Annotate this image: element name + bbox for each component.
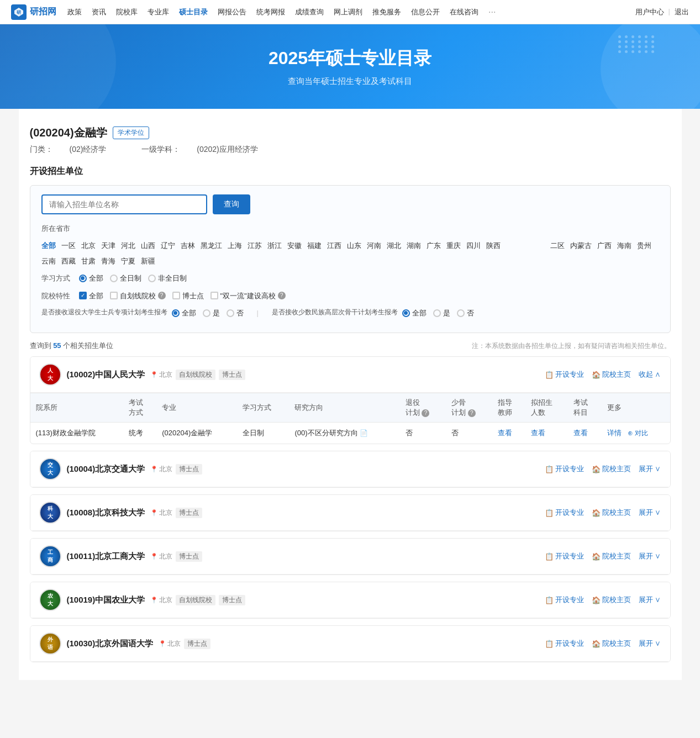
minority-col-help[interactable]: ?: [468, 409, 476, 417]
province-shanghai[interactable]: 上海: [228, 239, 242, 252]
uni-expand-10008[interactable]: 展开 ∨: [639, 508, 661, 518]
uni-expand-10030[interactable]: 展开 ∨: [639, 639, 661, 649]
uni-name-10030[interactable]: (10030)北京外国语大学: [67, 639, 154, 649]
school-type-self-line[interactable]: 自划线院校 ?: [110, 289, 166, 302]
user-center-link[interactable]: 用户中心: [635, 7, 664, 17]
nav-policy[interactable]: 政策: [67, 7, 82, 17]
province-gansu[interactable]: 甘肃: [81, 255, 96, 267]
site-logo[interactable]: 研 研招网: [11, 4, 56, 20]
doublefirst-help-icon[interactable]: ?: [278, 292, 286, 299]
planned-link[interactable]: 查看: [531, 429, 545, 437]
province-liaoning[interactable]: 辽宁: [161, 239, 175, 252]
province-qinghai[interactable]: 青海: [101, 255, 115, 267]
minority-all[interactable]: 全部: [402, 307, 427, 319]
province-shanxi[interactable]: 山西: [141, 239, 155, 252]
zone1[interactable]: 一区: [61, 239, 76, 252]
detail-link[interactable]: 详情: [607, 429, 622, 437]
province-heilongjiang[interactable]: 黑龙江: [201, 239, 222, 252]
compare-link[interactable]: ⊕ 对比: [628, 429, 648, 437]
veteran-yes[interactable]: 是: [203, 307, 220, 319]
nav-info[interactable]: 信息公开: [411, 7, 440, 17]
uni-open-majors-10011[interactable]: 📋 开设专业: [545, 551, 584, 561]
uni-name-10004[interactable]: (10004)北京交通大学: [67, 464, 145, 475]
school-type-phd[interactable]: 博士点: [172, 289, 204, 302]
study-mode-all[interactable]: 全部: [79, 272, 103, 284]
veteran-all[interactable]: 全部: [172, 307, 196, 319]
nav-catalog[interactable]: 硕士目录: [179, 7, 208, 17]
nav-schools[interactable]: 院校库: [116, 7, 138, 17]
province-hunan[interactable]: 湖南: [407, 239, 421, 252]
uni-open-majors-10004[interactable]: 📋 开设专业: [545, 464, 584, 474]
nav-unified-reg[interactable]: 统考网报: [256, 7, 285, 17]
province-jilin[interactable]: 吉林: [181, 239, 195, 252]
nav-announcement[interactable]: 网报公告: [218, 7, 246, 17]
province-guizhou[interactable]: 贵州: [637, 239, 651, 252]
province-anhui[interactable]: 安徽: [287, 239, 302, 252]
province-guangdong[interactable]: 广东: [427, 239, 441, 252]
uni-open-majors-10030[interactable]: 📋 开设专业: [545, 639, 584, 649]
province-guangxi[interactable]: 广西: [597, 239, 612, 252]
school-type-double-first[interactable]: "双一流"建设高校 ?: [210, 289, 286, 302]
province-yunnan[interactable]: 云南: [41, 255, 56, 267]
province-all[interactable]: 全部: [41, 239, 56, 252]
nav-majors[interactable]: 专业库: [148, 7, 169, 17]
minority-yes[interactable]: 是: [433, 307, 450, 319]
study-mode-fulltime[interactable]: 全日制: [110, 272, 141, 284]
uni-expand-10011[interactable]: 展开 ∨: [639, 551, 661, 561]
selfline-help-icon[interactable]: ?: [158, 292, 166, 299]
province-beijing[interactable]: 北京: [81, 239, 96, 252]
province-shandong[interactable]: 山东: [347, 239, 361, 252]
province-ningxia[interactable]: 宁夏: [121, 255, 135, 267]
zone2[interactable]: 二区: [550, 239, 565, 252]
veteran-col-help[interactable]: ?: [422, 409, 429, 417]
school-type-all[interactable]: 全部: [79, 289, 103, 302]
td-supervisor: 查看: [492, 423, 525, 444]
uni-open-majors-10019[interactable]: 📋 开设专业: [545, 595, 584, 605]
uni-name-10019[interactable]: (10019)中国农业大学: [67, 595, 145, 605]
uni-homepage-10004[interactable]: 🏠 院校主页: [592, 464, 631, 474]
supervisor-link[interactable]: 查看: [498, 429, 512, 437]
uni-homepage-10011[interactable]: 🏠 院校主页: [592, 551, 631, 561]
province-henan[interactable]: 河南: [367, 239, 381, 252]
nav-more[interactable]: ···: [488, 7, 496, 17]
uni-homepage-10002[interactable]: 🏠 院校主页: [592, 370, 631, 379]
uni-expand-10004[interactable]: 展开 ∨: [639, 464, 661, 474]
nav-transfer[interactable]: 网上调剂: [334, 7, 362, 17]
uni-homepage-10019[interactable]: 🏠 院校主页: [592, 595, 631, 605]
uni-name-10011[interactable]: (10011)北京工商大学: [67, 551, 145, 562]
nav-scores[interactable]: 成绩查询: [295, 7, 324, 17]
province-sichuan[interactable]: 四川: [466, 239, 481, 252]
minority-no[interactable]: 否: [457, 307, 474, 319]
search-input[interactable]: [41, 194, 207, 214]
logout-link[interactable]: 退出: [675, 7, 689, 17]
nav-exempt[interactable]: 推免服务: [372, 7, 401, 17]
province-xinjiang[interactable]: 新疆: [141, 255, 155, 267]
province-chongqing[interactable]: 重庆: [446, 239, 461, 252]
veteran-no[interactable]: 否: [227, 307, 244, 319]
province-jiangsu[interactable]: 江苏: [248, 239, 262, 252]
exam-subjects-link[interactable]: 查看: [573, 429, 588, 437]
province-fujian[interactable]: 福建: [307, 239, 322, 252]
province-zhejiang[interactable]: 浙江: [267, 239, 282, 252]
nav-consult[interactable]: 在线咨询: [450, 7, 478, 17]
study-mode-parttime[interactable]: 非全日制: [148, 272, 187, 284]
province-shaanxi[interactable]: 陕西: [486, 239, 501, 252]
province-hebei[interactable]: 河北: [121, 239, 135, 252]
uni-open-majors-10002[interactable]: 📋 开设专业: [545, 370, 584, 379]
uni-expand-10019[interactable]: 展开 ∨: [639, 595, 661, 605]
nav-news[interactable]: 资讯: [92, 7, 106, 17]
research-file-icon[interactable]: 📄: [360, 429, 368, 437]
uni-homepage-10030[interactable]: 🏠 院校主页: [592, 639, 631, 649]
uni-collapse-10002[interactable]: 收起 ∧: [639, 370, 661, 379]
province-tianjin[interactable]: 天津: [101, 239, 115, 252]
province-jiangxi[interactable]: 江西: [327, 239, 341, 252]
province-neimenggu[interactable]: 内蒙古: [570, 239, 592, 252]
province-hubei[interactable]: 湖北: [387, 239, 401, 252]
search-button[interactable]: 查询: [213, 194, 250, 214]
uni-open-majors-10008[interactable]: 📋 开设专业: [545, 508, 584, 518]
province-hainan[interactable]: 海南: [617, 239, 631, 252]
uni-homepage-10008[interactable]: 🏠 院校主页: [592, 508, 631, 518]
province-xizang[interactable]: 西藏: [61, 255, 76, 267]
uni-name-10008[interactable]: (10008)北京科技大学: [67, 508, 145, 518]
uni-name-10002[interactable]: (10002)中国人民大学: [67, 370, 145, 380]
